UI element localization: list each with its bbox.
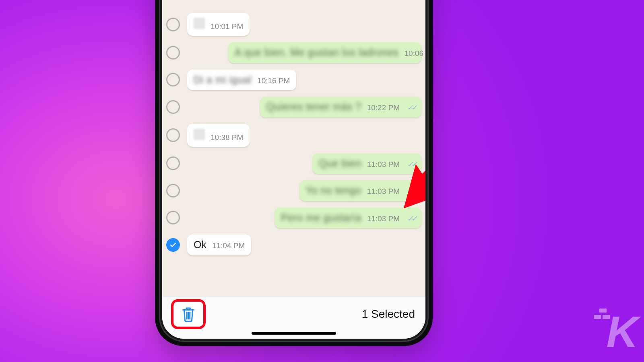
delete-button[interactable] [171, 299, 206, 329]
selection-circle[interactable] [166, 156, 180, 170]
incoming-bubble[interactable]: 10:38 PM [187, 124, 250, 147]
outgoing-bubble[interactable]: Que bien11:03 PM✓✓ [312, 153, 421, 174]
message-text: Que bien [319, 158, 361, 169]
watermark: K [607, 306, 637, 357]
incoming-bubble[interactable]: Ok11:04 PM [187, 234, 251, 255]
message-row[interactable]: Ok11:04 PM [166, 234, 421, 255]
read-ticks-icon: ✓✓ [407, 160, 415, 169]
phone-bezel: 10:01 PMA que bien. Me gustan los ladron… [159, 0, 429, 342]
chat-thread: 10:01 PMA que bien. Me gustan los ladron… [162, 3, 425, 301]
message-row[interactable]: 10:38 PM [166, 124, 421, 147]
message-time: 11:04 PM [212, 241, 245, 250]
selection-circle[interactable] [166, 100, 180, 114]
watermark-dots [594, 309, 610, 325]
check-icon [169, 241, 177, 249]
read-ticks-icon: ✓✓ [407, 214, 415, 223]
home-indicator[interactable] [252, 332, 336, 335]
message-row[interactable]: Que bien11:03 PM✓✓ [166, 153, 421, 174]
message-text: A que bien. Me gustan los ladrones [235, 47, 399, 58]
message-row[interactable]: A que bien. Me gustan los ladrones10:06 … [166, 42, 421, 63]
message-text: Di a mi igual [194, 74, 252, 86]
message-time: 11:03 PM [367, 214, 400, 223]
message-time: 11:03 PM [367, 187, 400, 196]
message-time: 10:06 PM [405, 49, 425, 58]
message-text: Quieres tener más ? [266, 101, 361, 113]
incoming-bubble[interactable]: 10:01 PM [187, 13, 250, 36]
outgoing-bubble[interactable]: Quieres tener más ?10:22 PM✓✓ [260, 97, 421, 117]
read-ticks-icon: ✓✓ [407, 187, 415, 196]
message-time: 10:38 PM [211, 133, 243, 142]
message-time: 11:03 PM [367, 160, 400, 169]
watermark-letter: K [607, 307, 637, 356]
selection-circle[interactable] [166, 211, 180, 224]
message-time: 10:16 PM [257, 76, 290, 85]
message-time: 10:22 PM [367, 103, 400, 112]
selection-count: 1 Selected [362, 308, 415, 321]
trash-icon [181, 306, 196, 322]
outgoing-bubble[interactable]: A que bien. Me gustan los ladrones10:06 … [228, 42, 421, 63]
selection-circle[interactable] [166, 128, 180, 142]
message-row[interactable]: 10:01 PM [166, 13, 421, 36]
outgoing-bubble[interactable]: Pero me gustaría11:03 PM✓✓ [275, 208, 421, 228]
message-text: Pero me gustaría [281, 212, 361, 224]
message-text: Yo no tengo [306, 185, 361, 196]
phone-screen: 10:01 PMA que bien. Me gustan los ladron… [162, 0, 425, 339]
phone-frame: 10:01 PMA que bien. Me gustan los ladron… [155, 0, 433, 346]
incoming-bubble[interactable]: Di a mi igual10:16 PM [187, 70, 296, 90]
selection-circle[interactable] [166, 73, 180, 86]
selection-circle[interactable] [166, 238, 180, 252]
message-time: 10:01 PM [211, 22, 243, 31]
message-row[interactable]: Yo no tengo11:03 PM✓✓ [166, 180, 421, 201]
message-row[interactable]: Di a mi igual10:16 PM [166, 70, 421, 90]
selection-circle[interactable] [166, 46, 180, 60]
read-ticks-icon: ✓✓ [407, 103, 415, 112]
image-thumbnail [194, 129, 205, 140]
selection-circle[interactable] [166, 18, 180, 31]
outgoing-bubble[interactable]: Yo no tengo11:03 PM✓✓ [299, 180, 421, 201]
message-row[interactable]: Quieres tener más ?10:22 PM✓✓ [166, 97, 421, 117]
message-text: Ok [194, 239, 206, 251]
message-row[interactable]: Pero me gustaría11:03 PM✓✓ [166, 208, 421, 228]
selection-circle[interactable] [166, 184, 180, 197]
image-thumbnail [194, 18, 205, 29]
